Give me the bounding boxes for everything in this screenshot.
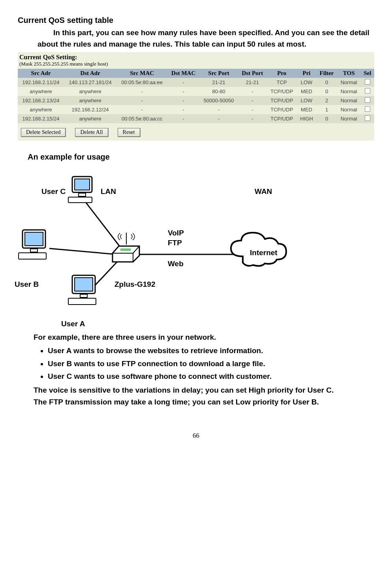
bullet-user-b: User B wants to use FTP connection to do… xyxy=(48,358,374,370)
sel-cell xyxy=(360,87,374,96)
example-heading: An example for usage xyxy=(28,152,374,162)
shot-subtitle: (Mask 255.255.255.255 means single host) xyxy=(18,61,374,67)
sel-cell xyxy=(360,114,374,123)
svg-rect-9 xyxy=(25,232,43,246)
table-cell: 50000-50050 xyxy=(199,96,238,105)
example-p2: The FTP transmission may take a long tim… xyxy=(34,396,374,408)
table-cell: 192.168.2.13/24 xyxy=(18,96,64,105)
table-cell: - xyxy=(116,105,167,114)
table-cell: 0 xyxy=(316,87,337,96)
table-cell: LOW xyxy=(297,78,316,87)
table-cell: 0 xyxy=(316,114,337,123)
table-cell: MED xyxy=(297,87,316,96)
svg-rect-15 xyxy=(68,298,96,305)
svg-rect-10 xyxy=(30,249,38,252)
col-pri: Pri xyxy=(297,69,316,78)
label-ftp: FTP xyxy=(168,239,182,247)
sel-cell xyxy=(360,78,374,87)
col-dst-adr: Dst Adr xyxy=(64,69,116,78)
table-cell: - xyxy=(116,96,167,105)
example-p1: The voice is sensitive to the variations… xyxy=(34,384,374,396)
table-cell: - xyxy=(199,114,238,123)
svg-rect-14 xyxy=(80,294,87,297)
table-cell: - xyxy=(167,96,199,105)
table-row: 192.168.2.11/24140.113.27.181/2400:05:5e… xyxy=(18,78,374,87)
network-diagram: User C LAN WAN VoIP FTP Web Internet Use… xyxy=(18,166,302,331)
col-tos: TOS xyxy=(337,69,361,78)
table-cell: HIGH xyxy=(297,114,316,123)
col-dst-port: Dst Port xyxy=(238,69,267,78)
qos-table: Src Adr Dst Adr Src MAC Dst MAC Src Port… xyxy=(18,69,374,123)
table-cell: 00:05:5e:80:aa:cc xyxy=(116,114,167,123)
row-checkbox[interactable] xyxy=(365,88,370,94)
bullet-user-a: User A wants to browse the websites to r… xyxy=(48,345,374,357)
bullet-user-c: User C wants to use software phone to co… xyxy=(48,371,374,382)
page-number: 66 xyxy=(18,432,374,440)
example-lead: For example, there are three users in yo… xyxy=(34,331,374,343)
svg-rect-20 xyxy=(120,248,131,251)
table-cell: - xyxy=(167,114,199,123)
pc-user-a-icon xyxy=(65,272,105,312)
table-cell: Normal xyxy=(337,87,361,96)
table-cell: anywhere xyxy=(18,87,64,96)
table-cell: - xyxy=(167,105,199,114)
label-user-a: User A xyxy=(61,320,85,328)
table-row: 192.168.2.13/24anywhere--50000-50050-TCP… xyxy=(18,96,374,105)
qos-screenshot: Current QoS Setting: (Mask 255.255.255.2… xyxy=(18,52,374,141)
table-cell: - xyxy=(167,78,199,87)
delete-all-button[interactable]: Delete All xyxy=(75,128,108,137)
qos-header-row: Src Adr Dst Adr Src MAC Dst MAC Src Port… xyxy=(18,69,374,78)
router-icon xyxy=(109,229,144,264)
button-row: Delete Selected Delete All Reset xyxy=(18,123,374,137)
col-src-mac: Src MAC xyxy=(116,69,167,78)
label-lan: LAN xyxy=(101,187,116,196)
table-row: anywhere192.168.2.12/24----TCP/UDPMED1No… xyxy=(18,105,374,114)
table-cell: 0 xyxy=(316,78,337,87)
reset-button[interactable]: Reset xyxy=(118,128,140,137)
table-cell: anywhere xyxy=(64,96,116,105)
table-cell: Normal xyxy=(337,105,361,114)
svg-rect-6 xyxy=(79,193,86,196)
heading-qos-table: Current QoS setting table xyxy=(18,16,374,25)
row-checkbox[interactable] xyxy=(365,79,370,85)
table-cell: 21-21 xyxy=(238,78,267,87)
table-cell: TCP/UDP xyxy=(267,105,297,114)
table-cell: TCP/UDP xyxy=(267,87,297,96)
row-checkbox[interactable] xyxy=(365,115,370,121)
table-cell: Normal xyxy=(337,114,361,123)
svg-rect-5 xyxy=(75,179,90,190)
table-cell: - xyxy=(167,87,199,96)
col-src-port: Src Port xyxy=(199,69,238,78)
table-cell: Normal xyxy=(337,78,361,87)
table-cell: - xyxy=(238,114,267,123)
pc-user-b-icon xyxy=(15,227,55,266)
label-internet: Internet xyxy=(250,248,278,257)
table-cell: 80-80 xyxy=(199,87,238,96)
table-cell: TCP xyxy=(267,78,297,87)
table-cell: 192.168.2.11/24 xyxy=(18,78,64,87)
row-checkbox[interactable] xyxy=(365,106,370,112)
table-cell: 192.168.2.12/24 xyxy=(64,105,116,114)
table-cell: - xyxy=(238,87,267,96)
table-cell: TCP/UDP xyxy=(267,114,297,123)
table-cell: Normal xyxy=(337,96,361,105)
svg-rect-7 xyxy=(68,197,92,203)
label-web: Web xyxy=(168,260,184,268)
table-cell: MED xyxy=(297,105,316,114)
row-checkbox[interactable] xyxy=(365,97,370,103)
table-cell: - xyxy=(238,105,267,114)
example-body: For example, there are three users in yo… xyxy=(34,331,374,408)
table-cell: 192.168.2.15/24 xyxy=(18,114,64,123)
table-cell: LOW xyxy=(297,96,316,105)
table-cell: 00:05:5e:80:aa:ee xyxy=(116,78,167,87)
svg-line-1 xyxy=(49,248,116,254)
table-cell: 2 xyxy=(316,96,337,105)
intro-paragraph: In this part, you can see how many rules… xyxy=(38,27,374,50)
col-src-adr: Src Adr xyxy=(18,69,64,78)
pc-user-c-icon xyxy=(65,173,101,209)
sel-cell xyxy=(360,105,374,114)
table-cell: - xyxy=(116,87,167,96)
table-cell: 21-21 xyxy=(199,78,238,87)
label-router: Zplus-G192 xyxy=(114,280,155,289)
delete-selected-button[interactable]: Delete Selected xyxy=(21,128,66,137)
